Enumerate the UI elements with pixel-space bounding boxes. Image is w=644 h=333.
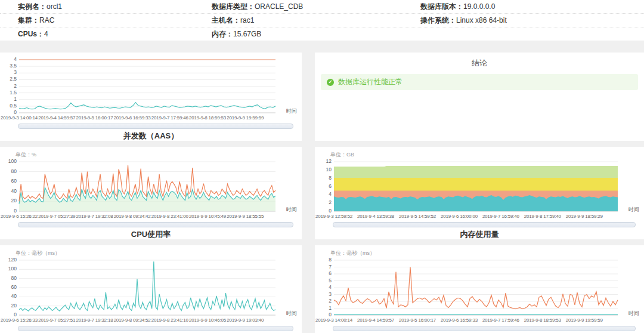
y-tick-label: 80	[1, 276, 17, 281]
y-tick-label: 4	[316, 285, 332, 290]
datazoom-slider[interactable]	[18, 222, 293, 227]
x-tick-label: 2019-9-7 05:27:39	[38, 214, 75, 219]
x-tick-label: 2019-9-7 17:59:46	[482, 317, 519, 323]
cpus-field: CPUs：4	[18, 29, 212, 39]
x-tick-label: 2019-9-8 18:59:53	[524, 317, 561, 323]
x-tick-label: 2019-9-8 09:34:42	[114, 214, 151, 219]
panel-memory: 单位：GB024681012时间2019-9-3 12:59:522019-9-…	[315, 147, 644, 239]
x-tick-label: 2019-9-9 10:46:05	[189, 317, 226, 323]
y-tick-label: 0	[1, 110, 17, 115]
db-version-label: 数据库版本：	[420, 2, 463, 11]
x-tick-label: 2019-9-7 17:59:46	[151, 115, 188, 121]
x-tick-row: 2019-9-6 15:26:332019-9-7 05:27:512019-9…	[19, 317, 275, 324]
datazoom-slider[interactable]	[18, 124, 293, 129]
y-tick-label: 7	[316, 264, 332, 270]
chart-title: 并发数（AAS）	[0, 131, 302, 141]
cluster-field: 集群：RAC	[18, 16, 212, 26]
y-tick-label: 100	[1, 159, 17, 164]
plot-canvas	[19, 162, 275, 211]
memory-chart: 单位：GB024681012时间2019-9-3 12:59:522019-9-…	[315, 147, 644, 239]
y-tick-label: 20	[1, 198, 17, 204]
db-type-field: 数据库类型：ORACLE_CDB	[212, 2, 420, 12]
y-tick-label: 120	[1, 257, 17, 263]
panel-io: 单位：毫秒（ms）020406080100120时间2019-9-6 15:26…	[0, 245, 302, 333]
y-tick-label: 4	[316, 192, 332, 197]
unit-label: 单位：毫秒（ms）	[16, 250, 302, 257]
instance-name-value: orcl1	[47, 2, 62, 11]
y-tick-label: 100	[1, 266, 17, 272]
x-tick-label: 2019-9-6 15:26:33	[1, 317, 38, 323]
status-message: 数据库运行性能正常	[338, 77, 402, 87]
y-tick-label: 0.5	[1, 103, 17, 109]
unit-label: 单位：毫秒（ms）	[330, 250, 644, 257]
instance-name-label: 实例名：	[18, 2, 47, 11]
y-tick-label: 0	[316, 208, 332, 214]
y-tick-label: 20	[1, 303, 17, 309]
y-tick-label: 5	[316, 278, 332, 283]
x-tick-label: 2019-9-8 18:59:53	[189, 115, 226, 121]
x-tick-label: 2019-9-8 23:41:10	[151, 317, 188, 323]
y-tick-label: 1	[316, 306, 332, 311]
cpus-label: CPUs：	[18, 30, 44, 38]
plot-area: 024681012时间	[334, 162, 618, 211]
x-tick-label: 2019-9-9 18:55:55	[227, 214, 264, 219]
check-circle-icon: ✔	[327, 79, 334, 86]
cpus-value: 4	[44, 30, 48, 38]
y-tick-label: 2	[316, 200, 332, 205]
os-value: Linux x86 64-bit	[456, 16, 507, 24]
x-tick-label: 2019-9-7 05:27:51	[38, 317, 75, 323]
x-tick-label: 2019-9-9 18:59:29	[566, 214, 603, 219]
db-version-field: 数据库版本：19.0.0.0.0	[420, 2, 644, 12]
x-tick-label: 2019-9-3 14:00:14	[315, 317, 352, 323]
y-tick-label: 3	[316, 292, 332, 297]
y-tick-label: 0	[1, 312, 17, 317]
memory-field: 内存：15.67GB	[212, 29, 420, 39]
instance-name-field: 实例名：orcl1	[18, 2, 212, 12]
cluster-label: 集群：	[18, 16, 39, 24]
y-tick-label: 1	[1, 97, 17, 102]
y-tick-label: 2.5	[1, 76, 17, 82]
hostname-label: 主机名：	[212, 16, 240, 24]
y-tick-label: 40	[1, 189, 17, 194]
plot-canvas	[19, 260, 275, 315]
x-axis-name: 时间	[286, 107, 297, 115]
header-row-3: CPUs：4 内存：15.67GB	[0, 27, 644, 41]
y-tick-label: 4	[1, 57, 17, 62]
io-chart: 单位：毫秒（ms）020406080100120时间2019-9-6 15:26…	[0, 245, 302, 333]
os-label: 操作系统：	[420, 16, 456, 24]
cpu-chart: 单位：%020406080100时间2019-9-6 15:26:222019-…	[0, 147, 302, 239]
x-tick-row: 2019-9-3 14:00:142019-9-4 14:59:572019-9…	[334, 317, 618, 324]
x-tick-label: 2019-9-9 10:45:49	[189, 214, 226, 219]
panel-network: 单位：毫秒（ms）012345678时间2019-9-3 14:00:14201…	[315, 245, 644, 333]
y-tick-label: 6	[316, 184, 332, 189]
db-info-header: 实例名：orcl1 数据库类型：ORACLE_CDB 数据库版本：19.0.0.…	[0, 0, 644, 41]
header-row-2: 集群：RAC 主机名：rac1 操作系统：Linux x86 64-bit	[0, 14, 644, 27]
os-field: 操作系统：Linux x86 64-bit	[420, 16, 644, 26]
x-tick-label: 2019-9-4 13:59:38	[357, 214, 394, 219]
x-tick-label: 2019-9-8 23:41:00	[151, 214, 188, 219]
y-tick-label: 2	[1, 84, 17, 89]
x-tick-label: 2019-9-8 17:59:40	[524, 214, 561, 219]
datazoom-slider[interactable]	[333, 326, 636, 331]
y-tick-label: 6	[316, 271, 332, 276]
chart-title: 内存使用量	[315, 230, 644, 239]
panel-cpu: 单位：%020406080100时间2019-9-6 15:26:222019-…	[0, 147, 302, 239]
y-tick-label: 12	[316, 159, 332, 164]
y-tick-label: 8	[316, 175, 332, 181]
datazoom-slider[interactable]	[333, 222, 636, 227]
datazoom-slider[interactable]	[18, 326, 293, 331]
y-tick-label: 40	[1, 294, 17, 299]
plot-canvas	[19, 60, 275, 113]
x-tick-label: 2019-9-6 15:26:22	[1, 214, 38, 219]
network-chart: 单位：毫秒（ms）012345678时间2019-9-3 14:00:14201…	[315, 245, 644, 333]
panel-conclusion: 结论 ✔ 数据库运行性能正常	[315, 53, 644, 141]
x-tick-label: 2019-9-4 14:59:57	[357, 317, 394, 323]
x-axis-name: 时间	[628, 206, 639, 214]
hostname-value: rac1	[240, 16, 254, 24]
plot-area: 012345678时间	[334, 260, 618, 315]
conclusion-title: 结论	[315, 58, 644, 68]
x-tick-label: 2019-9-8 09:34:52	[114, 317, 151, 323]
x-tick-label: 2019-9-3 14:00:14	[1, 115, 38, 121]
plot-canvas	[334, 260, 618, 315]
x-tick-label: 2019-9-5 16:00:17	[76, 115, 113, 121]
